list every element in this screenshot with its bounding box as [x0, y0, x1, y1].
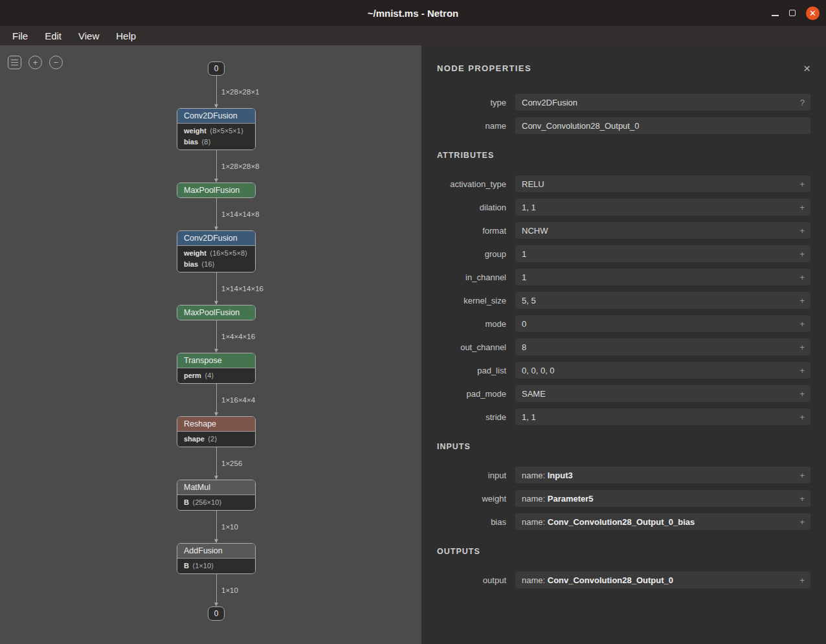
menu-help[interactable]: Help: [107, 28, 144, 44]
node-properties-panel: NODE PROPERTIES × type Conv2DFusion ? na…: [421, 45, 826, 644]
expand-icon[interactable]: +: [799, 203, 805, 212]
input-row: bias name: Conv_Convolution28_Output_0_b…: [437, 513, 810, 530]
node-maxpoolfusion-2[interactable]: MaxPoolFusion: [177, 305, 256, 320]
name-prefix: name:: [522, 494, 548, 504]
output-value[interactable]: name: Conv_Convolution28_Output_0 +: [515, 572, 810, 588]
output-label: output: [437, 575, 515, 585]
input-label: bias: [437, 517, 515, 527]
maximize-button[interactable]: [789, 10, 796, 16]
input-value[interactable]: name: Parameter5 +: [515, 490, 810, 507]
panel-close-icon[interactable]: ×: [803, 62, 810, 74]
node-body: shape⟨2⟩: [177, 431, 255, 447]
expand-icon[interactable]: +: [799, 366, 805, 375]
attribute-value[interactable]: 1 +: [515, 269, 810, 285]
property-value-type[interactable]: Conv2DFusion ?: [515, 94, 810, 111]
expand-icon[interactable]: +: [799, 412, 805, 422]
attribute-value[interactable]: 8 +: [515, 339, 810, 355]
edge: 1×28×28×1: [213, 76, 219, 108]
attribute-row: pad_list 0, 0, 0, 0 +: [437, 362, 810, 379]
attr-value: ⟨2⟩: [208, 435, 218, 443]
attribute-value[interactable]: RELU +: [515, 175, 810, 192]
attribute-value[interactable]: 1 +: [515, 245, 810, 262]
value-text: 8: [522, 342, 526, 352]
attribute-value[interactable]: 1, 1 +: [515, 199, 810, 216]
node-attr: perm⟨4⟩: [177, 370, 255, 381]
attribute-value[interactable]: 1, 1 +: [515, 408, 810, 425]
graph-output-node[interactable]: 0: [208, 606, 225, 621]
menu-view[interactable]: View: [70, 28, 107, 44]
node-type-label: AddFusion: [177, 544, 255, 558]
expand-icon[interactable]: +: [799, 342, 805, 352]
node-type-label: Conv2DFusion: [177, 109, 255, 123]
tensor-name: Parameter5: [548, 494, 594, 504]
node-attr: bias⟨16⟩: [177, 259, 255, 270]
node-body: B⟨1×10⟩: [177, 558, 255, 573]
expand-icon[interactable]: +: [799, 272, 805, 282]
expand-icon[interactable]: +: [799, 517, 805, 527]
node-conv2dfusion-1[interactable]: Conv2DFusion weight⟨8×5×5×1⟩ bias⟨8⟩: [177, 108, 256, 150]
graph-canvas[interactable]: + − 0 1×28×28×1 Conv2DFusion weight⟨8×5×…: [0, 45, 421, 644]
expand-icon[interactable]: +: [799, 179, 805, 189]
minimize-button[interactable]: [772, 10, 779, 17]
node-reshape[interactable]: Reshape shape⟨2⟩: [177, 416, 256, 447]
expand-icon[interactable]: +: [799, 494, 805, 504]
window-title: ~/mnist.ms - Netron: [368, 8, 458, 19]
property-value-name[interactable]: Conv_Convolution28_Output_0: [515, 117, 810, 134]
edge: 1×10: [213, 574, 219, 606]
node-attr: weight⟨8×5×5×1⟩: [177, 126, 255, 137]
output-row: output name: Conv_Convolution28_Output_0…: [437, 572, 810, 588]
main-area: + − 0 1×28×28×1 Conv2DFusion weight⟨8×5×…: [0, 45, 826, 644]
attr-name: weight: [184, 249, 206, 257]
expand-icon[interactable]: +: [799, 226, 805, 236]
graph-input-node[interactable]: 0: [208, 61, 225, 76]
expand-icon[interactable]: +: [799, 296, 805, 305]
attribute-value[interactable]: 0 +: [515, 315, 810, 332]
close-button[interactable]: ✕: [806, 6, 820, 20]
edge: 1×14×14×8: [213, 198, 219, 230]
tensor-name: Conv_Convolution28_Output_0: [548, 575, 673, 585]
menu-edit[interactable]: Edit: [36, 28, 70, 44]
node-body: weight⟨8×5×5×1⟩ bias⟨8⟩: [177, 123, 255, 150]
arrow-down-icon: [214, 539, 218, 543]
attribute-label: out_channel: [437, 342, 515, 352]
input-row: input name: Input3 +: [437, 467, 810, 483]
node-addfusion[interactable]: AddFusion B⟨1×10⟩: [177, 543, 256, 574]
value-text: SAME: [522, 389, 546, 399]
hamburger-icon: [11, 60, 18, 61]
attribute-row: dilation 1, 1 +: [437, 199, 810, 216]
expand-icon[interactable]: +: [799, 249, 805, 259]
help-icon[interactable]: ?: [800, 98, 805, 107]
attr-value: ⟨4⟩: [205, 372, 214, 379]
value-text: 5, 5: [522, 296, 536, 305]
attribute-label: kernel_size: [437, 296, 515, 305]
panel-title: NODE PROPERTIES: [437, 63, 531, 73]
menu-file[interactable]: File: [4, 28, 36, 44]
property-row-name: name Conv_Convolution28_Output_0: [437, 117, 810, 134]
node-matmul[interactable]: MatMul B⟨256×10⟩: [177, 480, 256, 511]
input-value[interactable]: name: Conv_Convolution28_Output_0_bias +: [515, 513, 810, 530]
property-label: name: [437, 121, 515, 131]
expand-icon[interactable]: +: [799, 319, 805, 329]
node-type-label: MaxPoolFusion: [177, 183, 255, 197]
node-conv2dfusion-2[interactable]: Conv2DFusion weight⟨16×5×5×8⟩ bias⟨16⟩: [177, 230, 256, 272]
attribute-row: kernel_size 5, 5 +: [437, 292, 810, 309]
value-text: 0: [522, 319, 526, 329]
value-text: 1: [522, 249, 526, 259]
attribute-row: activation_type RELU +: [437, 175, 810, 192]
attribute-value[interactable]: 5, 5 +: [515, 292, 810, 309]
expand-icon[interactable]: +: [799, 389, 805, 399]
attribute-value[interactable]: 0, 0, 0, 0 +: [515, 362, 810, 379]
expand-icon[interactable]: +: [799, 471, 805, 480]
expand-icon[interactable]: +: [799, 575, 805, 585]
node-maxpoolfusion-1[interactable]: MaxPoolFusion: [177, 183, 256, 198]
attribute-value[interactable]: SAME +: [515, 385, 810, 402]
node-transpose[interactable]: Transpose perm⟨4⟩: [177, 353, 256, 384]
node-type-label: Transpose: [177, 353, 255, 368]
input-value[interactable]: name: Input3 +: [515, 467, 810, 483]
attribute-label: format: [437, 226, 515, 236]
value-text: 0, 0, 0, 0: [522, 366, 555, 375]
tensor-shape-label: 1×10: [221, 586, 238, 594]
attribute-label: stride: [437, 412, 515, 422]
node-attr: B⟨256×10⟩: [177, 497, 255, 508]
attribute-value[interactable]: NCHW +: [515, 222, 810, 239]
